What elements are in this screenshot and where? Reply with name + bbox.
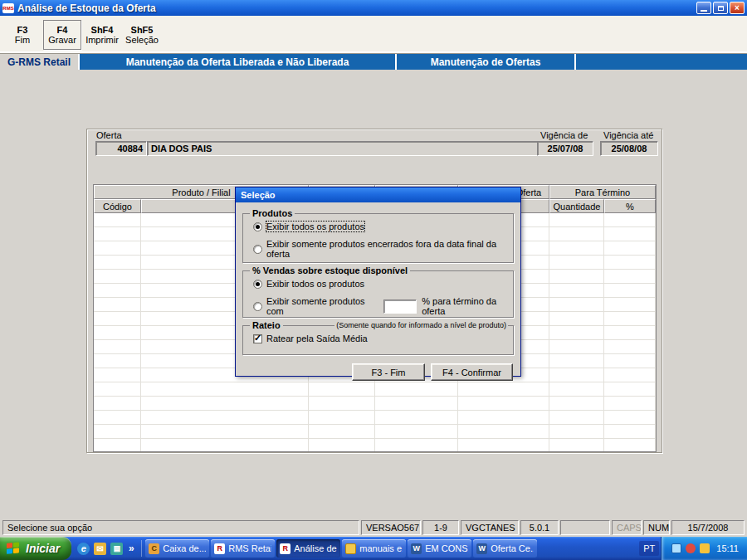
dialog-buttons: F3 - Fim F4 - Confirmar [242, 363, 514, 381]
quick-launch: e ✉ ▤ » [71, 540, 142, 557]
application-window: RMS Análise de Estoque da Oferta × F3 Fi… [0, 0, 747, 560]
produtos-group-label: Produtos [250, 208, 295, 218]
taskbar-task-rms-retail[interactable]: R RMS Retai... [211, 539, 275, 558]
offer-code-field: 40884 [95, 141, 147, 156]
toolbar-button-gravar[interactable]: F4 Gravar [43, 20, 81, 50]
brand-label: G-RMS Retail [0, 54, 80, 70]
rateio-note: (Somente quando for informado a nível de… [334, 321, 508, 329]
f3-fim-button[interactable]: F3 - Fim [352, 363, 425, 381]
percent-threshold-input[interactable] [383, 299, 417, 314]
nav-item-manutencao-ofertas[interactable]: Manutenção de Ofertas [397, 54, 576, 70]
table-row[interactable] [94, 397, 656, 411]
selecao-dialog: Seleção Produtos Exibir todos os produto… [235, 187, 521, 377]
validity-to-field: 25/08/08 [600, 141, 658, 156]
validity-to-label: Vigência até [603, 130, 653, 140]
toolbar-action-label: Fim [15, 35, 30, 45]
f4-confirmar-button[interactable]: F4 - Confirmar [431, 363, 513, 381]
task-label: manuais e... [359, 543, 403, 553]
show-desktop-icon[interactable]: ▤ [110, 543, 123, 555]
column-group-para-termino: Para Término [549, 185, 656, 199]
status-bar: Selecione sua opção VERSAO567 1-9 VGCTAN… [0, 519, 747, 537]
nav-item-manutencao-oferta-liberada[interactable]: Manutenção da Oferta Liberada e Não Libe… [80, 54, 397, 70]
internet-explorer-icon[interactable]: e [77, 543, 90, 555]
radio-icon [253, 280, 262, 289]
column-header-percent: % [604, 199, 656, 213]
taskbar-task-manuais[interactable]: manuais e... [342, 539, 406, 558]
status-empty-cell [560, 520, 610, 535]
taskbar-task-caixa[interactable]: C Caixa de... [145, 539, 209, 558]
minimize-button[interactable] [696, 2, 711, 14]
toolbar-key-label: ShF5 [131, 25, 154, 35]
vendas-group-label: % Vendas sobre estoque disponível [250, 265, 410, 275]
taskbar-task-em-cons[interactable]: W EM CONS... [408, 539, 471, 558]
close-button[interactable]: × [730, 2, 745, 14]
status-release: 5.0.1 [520, 520, 559, 535]
updates-icon[interactable] [700, 543, 710, 553]
status-version: VERSAO567 [361, 520, 421, 535]
radio-exibir-somente-encerrados[interactable]: Exibir somente produtos encerrados fora … [243, 239, 513, 266]
dialog-title: Seleção [241, 190, 276, 200]
radio-exibir-todos-produtos[interactable]: Exibir todos os produtos [243, 222, 513, 231]
radio-label: Exibir somente produtos encerrados fora … [266, 239, 513, 259]
vendas-groupbox: % Vendas sobre estoque disponível Exibir… [242, 270, 514, 318]
status-message: Selecione sua opção [2, 520, 359, 535]
taskbar: Iniciar e ✉ ▤ » C Caixa de... R RMS Reta… [0, 537, 747, 560]
language-indicator[interactable]: PT [639, 541, 659, 556]
radio-label: Exibir somente produtos com [266, 296, 374, 316]
radio-icon [253, 222, 262, 231]
dialog-titlebar[interactable]: Seleção [236, 187, 520, 202]
status-user: VGCTANES [461, 520, 519, 535]
status-num-indicator: NUM [643, 520, 670, 535]
toolbar-button-selecao[interactable]: ShF5 Seleção [123, 20, 161, 50]
start-label: Iniciar [26, 542, 60, 555]
checkbox-icon [253, 334, 262, 343]
taskbar-task-oferta[interactable]: W Oferta Ce... [473, 539, 537, 558]
toolbar-action-label: Gravar [48, 35, 76, 45]
radio-vendas-exibir-somente[interactable]: Exibir somente produtos com % para térmi… [243, 296, 513, 324]
minimize-icon [701, 10, 707, 12]
start-button[interactable]: Iniciar [0, 537, 71, 560]
rateio-group-label: Rateio [250, 320, 283, 330]
toolbar-button-imprimir[interactable]: ShF4 Imprimir [83, 20, 121, 50]
task-label: Análise de... [294, 543, 337, 553]
rms-app-icon: R [280, 543, 290, 554]
display-settings-icon[interactable] [671, 543, 681, 553]
antivirus-icon[interactable] [686, 543, 696, 553]
rms-app-icon: R [214, 543, 225, 554]
produtos-groupbox: Produtos Exibir todos os produtos Exibir… [242, 213, 514, 263]
taskbar-task-analise[interactable]: R Análise de... [276, 539, 340, 558]
validity-from-label: Vigência de [540, 130, 588, 140]
word-document-icon: W [476, 543, 487, 554]
navigation-bar: G-RMS Retail Manutenção da Oferta Libera… [0, 54, 747, 70]
task-label: RMS Retai... [228, 543, 271, 553]
toolbar-button-fim[interactable]: F3 Fim [3, 20, 42, 50]
toolbar-action-label: Imprimir [85, 35, 119, 45]
checkbox-ratear-saida-media[interactable]: Ratear pela Saída Média [243, 334, 513, 351]
rateio-groupbox: Rateio (Somente quando for informado a n… [242, 325, 514, 355]
task-label: Oferta Ce... [491, 543, 534, 553]
column-header-codigo: Código [94, 199, 141, 213]
taskbar-clock[interactable]: 15:11 [716, 543, 739, 553]
restore-button[interactable] [713, 2, 728, 14]
validity-from-field: 25/07/08 [537, 141, 593, 156]
radio-label-suffix: % para término da oferta [422, 296, 513, 316]
checkbox-label: Ratear pela Saída Média [266, 334, 368, 343]
window-title: Análise de Estoque da Oferta [17, 2, 693, 14]
outlook-icon[interactable]: ✉ [94, 543, 106, 555]
caixa-app-icon: C [149, 543, 159, 554]
table-row[interactable] [94, 382, 656, 397]
system-tray: 15:11 [661, 537, 747, 560]
toolbar-action-label: Seleção [125, 35, 159, 45]
table-row[interactable] [94, 439, 656, 452]
radio-vendas-exibir-todos[interactable]: Exibir todos os produtos [243, 279, 513, 289]
dialog-body: Produtos Exibir todos os produtos Exibir… [236, 202, 520, 381]
radio-label: Exibir todos os produtos [266, 279, 364, 289]
word-document-icon: W [411, 543, 422, 554]
app-icon: RMS [2, 3, 14, 13]
quick-launch-expand-icon[interactable]: » [127, 543, 135, 555]
window-titlebar[interactable]: RMS Análise de Estoque da Oferta × [0, 0, 747, 16]
workspace: Oferta 40884 DIA DOS PAIS Vigência de 25… [0, 70, 747, 519]
table-row[interactable] [94, 425, 656, 439]
toolbar-key-label: F4 [57, 25, 68, 35]
table-row[interactable] [94, 411, 656, 425]
